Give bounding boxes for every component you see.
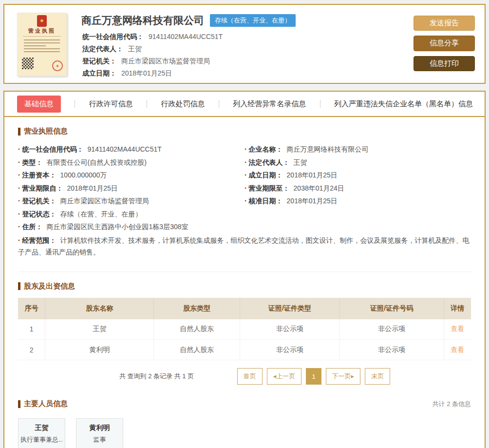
table-row: 1 王贺 自然人股东 非公示项 非公示项 查看	[18, 319, 471, 340]
field-label: 住所：	[18, 223, 43, 231]
pagination-row: 共 查询到 2 条记录 共 1 页 首页 ◂上一页 1 下一页▸ 末页	[18, 365, 471, 388]
field-value: 91411402MA44UCC51T	[149, 33, 223, 40]
field-value: 商丘市梁园区市场监督管理局	[60, 197, 149, 205]
cell-seq: 1	[18, 319, 45, 340]
section-title: 股东及出资信息	[24, 282, 75, 291]
column-header: 序号	[18, 298, 45, 319]
person-card[interactable]: 王贺 执行董事兼总...	[18, 418, 65, 448]
last-page-button[interactable]: 末页	[365, 368, 390, 385]
section-bar-icon	[18, 400, 20, 408]
column-header: 证照/证件类型	[240, 298, 340, 319]
page-title: 商丘万意网络科技有限公司	[81, 14, 204, 27]
tab-divider	[219, 100, 219, 108]
tab-abnormal-operation[interactable]: 列入经营异常名录信息	[233, 99, 306, 109]
table-header-row: 序号 股东名称 股东类型 证照/证件类型 证照/证件号码 详情	[18, 298, 471, 319]
field-value: 存续（在营、开业、在册）	[60, 210, 142, 218]
field-label: 企业名称：	[244, 145, 283, 153]
column-header: 证照/证件号码	[339, 298, 444, 319]
company-summary: 商丘万意网络科技有限公司 存续（在营、开业、在册） 统一社会信用代码： 9141…	[81, 13, 414, 76]
section-bar-icon	[18, 128, 20, 136]
column-header: 股东类型	[154, 298, 240, 319]
shareholders-table: 序号 股东名称 股东类型 证照/证件类型 证照/证件号码 详情 1 王贺 自然人…	[18, 298, 471, 361]
field-value: 1000.000000万	[60, 171, 107, 179]
view-detail-link[interactable]: 查看	[451, 346, 464, 353]
field-label: 类型：	[18, 158, 43, 166]
business-license-image[interactable]: ★ 营业执照 ✶	[17, 13, 67, 76]
shareholders-section: 股东及出资信息 序号 股东名称 股东类型 证照/证件类型 证照/证件号码 详情 …	[18, 272, 471, 388]
tab-divider	[147, 100, 147, 108]
field-value: 2018年01月25日	[67, 184, 118, 192]
field-label: 统一社会信用代码：	[18, 145, 84, 153]
field-label: 登记状态：	[18, 210, 56, 218]
pagination: 首页 ◂上一页 1 下一页▸ 末页	[237, 368, 390, 385]
key-personnel-section: 主要人员信息 共计 2 条信息 王贺 执行董事兼总... 黄利明 监事	[18, 399, 471, 448]
field-value: 2038年01月24日	[294, 184, 344, 192]
red-seal-icon: ✶	[52, 60, 63, 71]
next-page-button[interactable]: 下一页▸	[326, 368, 361, 385]
qr-code-icon	[22, 58, 34, 69]
field-label: 营业期限自：	[18, 184, 63, 192]
record-count-text: 共 查询到 2 条记录 共 1 页	[119, 372, 194, 381]
field-label: 登记机关：	[82, 57, 116, 65]
cell-cert-no: 非公示项	[339, 340, 444, 360]
tab-admin-license[interactable]: 行政许可信息	[89, 99, 133, 109]
field-value: 有限责任公司(自然人投资或控股)	[47, 158, 147, 166]
page-number-button[interactable]: 1	[306, 368, 321, 385]
field-label: 成立日期：	[244, 171, 283, 179]
share-info-button[interactable]: 信息分享	[414, 36, 475, 51]
field-value: 2018年01月25日	[121, 69, 172, 77]
status-badge: 存续（在营、开业、在册）	[210, 14, 296, 27]
person-name: 黄利明	[78, 424, 121, 432]
field-label: 法定代表人：	[244, 158, 290, 166]
view-detail-link[interactable]: 查看	[451, 325, 464, 332]
field-value: 王贺	[294, 158, 307, 166]
cell-shareholder-name: 黄利明	[45, 340, 154, 360]
personnel-count-text: 共计 2 条信息	[433, 400, 471, 409]
field-label: 统一社会信用代码：	[82, 33, 144, 40]
field-value: 91411402MA44UCC51T	[88, 145, 162, 153]
tab-admin-penalty[interactable]: 行政处罚信息	[161, 99, 205, 109]
field-value: 2018年01月25日	[287, 171, 338, 179]
section-title: 营业执照信息	[24, 127, 68, 136]
person-card[interactable]: 黄利明 监事	[76, 418, 123, 448]
field-value: 商丘万意网络科技有限公司	[287, 145, 369, 153]
person-name: 王贺	[20, 424, 63, 432]
cell-seq: 2	[18, 340, 45, 360]
company-header-card: ★ 营业执照 ✶ 商丘万意网络科技有限公司 存续（在营、开业、在册） 统一社会信…	[3, 4, 486, 84]
person-role: 执行董事兼总...	[20, 435, 63, 444]
field-label: 营业期限至：	[244, 184, 290, 192]
first-page-button[interactable]: 首页	[237, 368, 263, 385]
field-label: 经营范围：	[18, 236, 56, 244]
field-value: 商丘市梁园区民主西路中小创业园1栋3层308室	[47, 223, 188, 231]
field-value: 王贺	[128, 45, 142, 53]
field-value: 计算机软件技术开发、技术服务，计算机系统集成服务，组织文化艺术交流活动，图文设计…	[18, 236, 470, 256]
tab-blacklist[interactable]: 列入严重违法失信企业名单（黑名单）信息	[334, 99, 473, 109]
license-info-section: 营业执照信息 统一社会信用代码：91411402MA44UCC51T 类型：有限…	[18, 127, 471, 259]
tab-divider	[75, 100, 75, 108]
license-image-title: 营业执照	[17, 27, 67, 35]
cell-shareholder-name: 王贺	[45, 319, 154, 340]
table-row: 2 黄利明 自然人股东 非公示项 非公示项 查看	[18, 340, 471, 360]
national-emblem-icon: ★	[37, 15, 47, 27]
column-header: 详情	[444, 298, 471, 319]
field-label: 注册资本：	[18, 171, 56, 179]
prev-page-button[interactable]: ◂上一页	[267, 368, 302, 385]
main-content-card: 基础信息 行政许可信息 行政处罚信息 列入经营异常名录信息 列入严重违法失信企业…	[3, 91, 486, 448]
column-header: 股东名称	[45, 298, 154, 319]
cell-cert-no: 非公示项	[339, 319, 444, 340]
person-role: 监事	[78, 435, 121, 444]
field-label: 登记机关：	[18, 197, 56, 205]
cell-shareholder-type: 自然人股东	[154, 319, 240, 340]
field-label: 法定代表人：	[82, 45, 123, 53]
section-bar-icon	[18, 282, 20, 290]
cell-shareholder-type: 自然人股东	[154, 340, 240, 360]
send-report-button[interactable]: 发送报告	[414, 16, 475, 31]
field-label: 核准日期：	[244, 197, 283, 205]
section-title: 主要人员信息	[24, 399, 68, 409]
tab-basic-info[interactable]: 基础信息	[17, 96, 61, 113]
business-scope-row: 经营范围：计算机软件技术开发、技术服务，计算机系统集成服务，组织文化艺术交流活动…	[18, 234, 471, 259]
print-info-button[interactable]: 信息打印	[414, 56, 475, 71]
tab-bar: 基础信息 行政许可信息 行政处罚信息 列入经营异常名录信息 列入严重违法失信企业…	[4, 92, 485, 117]
field-label: 成立日期：	[82, 69, 116, 77]
field-value: 2018年01月25日	[287, 197, 338, 205]
